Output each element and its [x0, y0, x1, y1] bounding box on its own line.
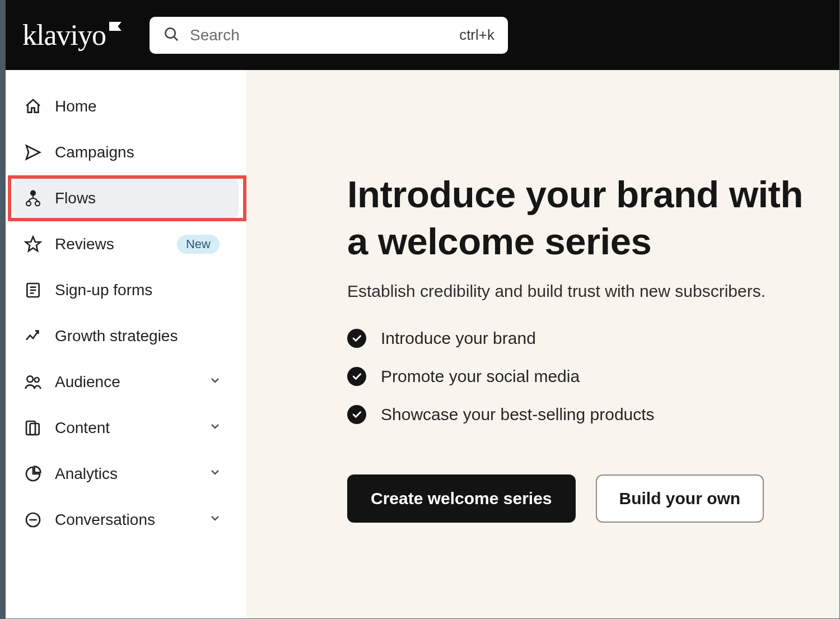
check-circle-icon	[347, 329, 366, 348]
build-your-own-button[interactable]: Build your own	[596, 474, 764, 523]
checklist-item-text: Introduce your brand	[381, 329, 536, 348]
main-content: Introduce your brand with a welcome seri…	[246, 70, 839, 618]
sidebar-nav: Home Campaigns	[6, 70, 246, 618]
page-subtitle: Establish credibility and build trust wi…	[347, 282, 817, 301]
sidebar-item-label: Content	[55, 419, 110, 437]
feature-checklist: Introduce your brand Promote your social…	[347, 329, 817, 424]
sidebar-item-label: Home	[55, 97, 97, 115]
sidebar-item-campaigns[interactable]: Campaigns	[13, 133, 239, 172]
pie-icon	[24, 464, 43, 483]
sidebar-item-analytics[interactable]: Analytics	[13, 454, 239, 494]
sidebar-item-label: Reviews	[55, 235, 114, 253]
sidebar-item-content[interactable]: Content	[13, 408, 239, 448]
send-icon	[24, 143, 43, 162]
page-title: Introduce your brand with a welcome seri…	[347, 171, 817, 265]
checklist-item-text: Promote your social media	[381, 367, 580, 386]
sidebar-item-label: Conversations	[55, 511, 155, 529]
check-circle-icon	[347, 367, 366, 386]
sidebar-highlight-flows: Flows	[13, 179, 239, 218]
trend-icon	[24, 327, 43, 346]
flows-icon	[24, 189, 43, 208]
chevron-down-icon	[208, 419, 222, 437]
brand-logo[interactable]: klaviyo	[22, 18, 122, 52]
svg-point-9	[27, 376, 33, 382]
svg-rect-12	[30, 423, 39, 435]
checklist-item: Promote your social media	[347, 367, 817, 386]
sidebar-item-conversations[interactable]: Conversations	[13, 500, 239, 539]
chevron-down-icon	[208, 373, 222, 391]
cta-button-row: Create welcome series Build your own	[347, 474, 817, 523]
brand-logo-text: klaviyo	[22, 18, 106, 52]
svg-point-2	[31, 191, 35, 196]
search-box[interactable]: ctrl+k	[150, 17, 508, 54]
sidebar-item-label: Campaigns	[55, 143, 134, 161]
svg-line-1	[174, 37, 178, 40]
sidebar-item-label: Flows	[55, 189, 96, 207]
chat-icon	[24, 510, 43, 529]
sidebar-item-label: Audience	[55, 373, 120, 391]
checklist-item: Introduce your brand	[347, 329, 817, 348]
sidebar-item-audience[interactable]: Audience	[13, 362, 239, 402]
star-icon	[24, 235, 43, 254]
sidebar-item-flows[interactable]: Flows	[13, 179, 239, 218]
sidebar-item-label: Sign-up forms	[55, 281, 152, 299]
sidebar-item-home[interactable]: Home	[13, 87, 239, 126]
people-icon	[24, 373, 43, 392]
search-input[interactable]	[190, 26, 449, 44]
search-icon	[163, 26, 180, 45]
app-header: klaviyo ctrl+k	[6, 0, 839, 70]
checklist-item: Showcase your best-selling products	[347, 405, 817, 424]
sidebar-item-growth-strategies[interactable]: Growth strategies	[13, 317, 239, 356]
check-circle-icon	[347, 405, 366, 424]
form-icon	[24, 281, 43, 300]
svg-point-0	[165, 28, 175, 38]
create-welcome-series-button[interactable]: Create welcome series	[347, 474, 576, 523]
checklist-item-text: Showcase your best-selling products	[381, 405, 655, 424]
search-shortcut-hint: ctrl+k	[459, 26, 494, 44]
svg-point-10	[35, 378, 39, 382]
chevron-down-icon	[208, 465, 222, 483]
new-badge: New	[177, 235, 220, 254]
sidebar-item-label: Growth strategies	[55, 327, 178, 345]
content-icon	[24, 418, 43, 438]
brand-logo-flag-icon	[109, 22, 122, 31]
sidebar-item-signup-forms[interactable]: Sign-up forms	[13, 271, 239, 310]
chevron-down-icon	[208, 511, 222, 529]
sidebar-item-label: Analytics	[55, 465, 118, 483]
home-icon	[24, 97, 43, 116]
sidebar-item-reviews[interactable]: Reviews New	[13, 225, 239, 264]
